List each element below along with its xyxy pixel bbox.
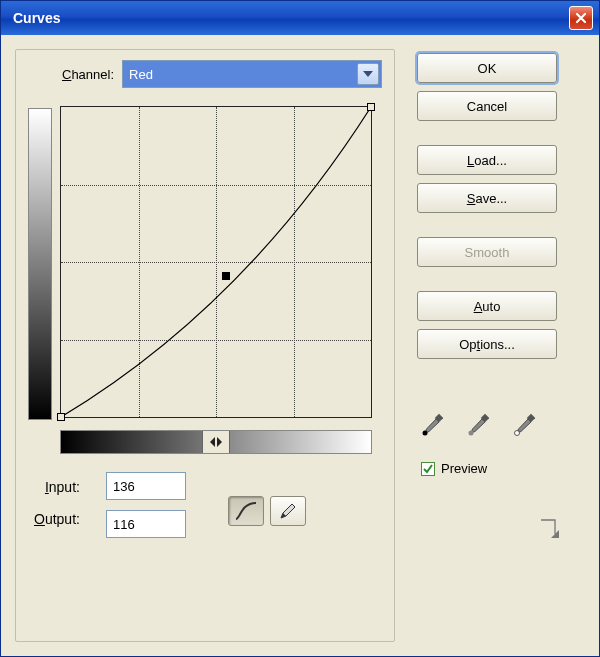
input-value-field[interactable] [106, 472, 186, 500]
pencil-tool-button[interactable] [270, 496, 306, 526]
resize-grip-icon [537, 516, 559, 538]
dialog-body: Channel: Red [1, 35, 599, 656]
resize-grip[interactable] [537, 516, 559, 540]
smooth-button: Smooth [417, 237, 557, 267]
curve-endpoint-end[interactable] [367, 103, 375, 111]
close-icon [574, 11, 588, 25]
eyedropper-group [421, 411, 535, 439]
curve-graph[interactable] [60, 106, 372, 418]
curve-endpoint-start[interactable] [57, 413, 65, 421]
checkmark-icon [422, 463, 434, 475]
pencil-icon [278, 501, 298, 521]
svg-point-1 [423, 431, 428, 436]
curves-group: Channel: Red [15, 49, 395, 642]
curve-control-point[interactable] [222, 272, 230, 280]
preview-checkbox[interactable] [421, 462, 435, 476]
channel-dropdown[interactable]: Red [122, 60, 382, 88]
titlebar[interactable]: Curves [1, 1, 599, 35]
eyedropper-gray-button[interactable] [467, 411, 489, 439]
eyedropper-black-icon [421, 411, 443, 437]
eyedropper-black-button[interactable] [421, 411, 443, 439]
eyedropper-white-icon [513, 411, 535, 437]
chevron-down-icon [363, 71, 373, 77]
load-button[interactable]: Load... [417, 145, 557, 175]
cancel-button[interactable]: Cancel [417, 91, 557, 121]
dialog-title: Curves [7, 10, 569, 26]
dropdown-button[interactable] [357, 63, 379, 85]
eyedropper-gray-icon [467, 411, 489, 437]
curve-icon [234, 501, 258, 521]
output-value-field[interactable] [106, 510, 186, 538]
output-label: Output: [34, 511, 80, 527]
output-gradient [28, 108, 52, 420]
svg-point-5 [515, 431, 520, 436]
curve-tool-button[interactable] [228, 496, 264, 526]
input-label: Input: [34, 479, 80, 495]
save-button[interactable]: Save... [417, 183, 557, 213]
options-button[interactable]: Options... [417, 329, 557, 359]
input-gradient[interactable] [60, 430, 372, 454]
button-column: OK Cancel Load... Save... Smooth Auto Op… [417, 49, 585, 642]
svg-point-3 [469, 431, 474, 436]
gradient-toggle[interactable] [202, 431, 230, 453]
channel-value: Red [129, 67, 153, 82]
close-button[interactable] [569, 6, 593, 30]
curve-path [61, 107, 371, 417]
eyedropper-white-button[interactable] [513, 411, 535, 439]
ok-button[interactable]: OK [417, 53, 557, 83]
preview-label: Preview [441, 461, 487, 476]
auto-button[interactable]: Auto [417, 291, 557, 321]
curves-dialog: Curves Channel: Red [0, 0, 600, 657]
channel-label: Channel: [62, 67, 114, 82]
